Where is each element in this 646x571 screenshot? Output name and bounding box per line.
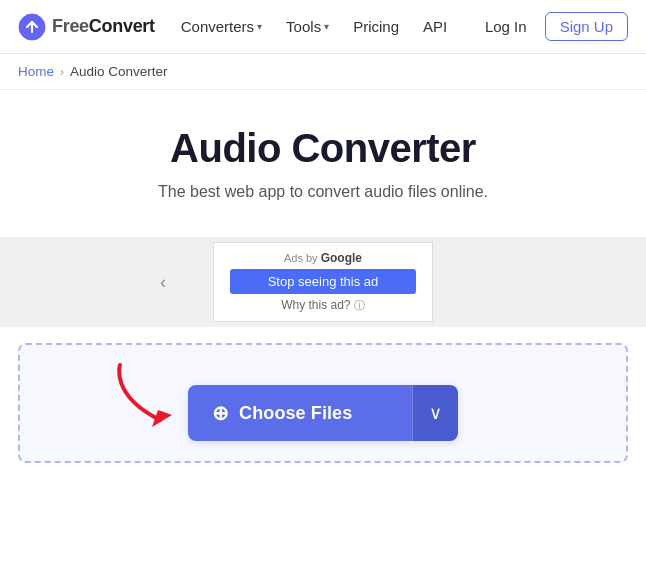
ad-why[interactable]: Why this ad? ⓘ (230, 298, 416, 313)
signup-button[interactable]: Sign Up (545, 12, 628, 41)
nav-auth: Log In Sign Up (475, 12, 628, 41)
breadcrumb-home[interactable]: Home (18, 64, 54, 79)
ad-stop-button[interactable]: Stop seeing this ad (230, 269, 416, 294)
hero-subtitle: The best web app to convert audio files … (20, 183, 626, 201)
tools-chevron-icon: ▾ (324, 21, 329, 32)
converters-chevron-icon: ▾ (257, 21, 262, 32)
choose-files-button[interactable]: ⊕ Choose Files (188, 385, 412, 441)
svg-marker-1 (152, 410, 172, 427)
logo[interactable]: FreeConvert (18, 13, 155, 41)
chevron-down-icon: ∨ (429, 402, 442, 424)
login-button[interactable]: Log In (475, 12, 537, 41)
logo-text: FreeConvert (52, 16, 155, 37)
choose-files-dropdown-button[interactable]: ∨ (412, 385, 458, 441)
nav-links: Converters ▾ Tools ▾ Pricing API (171, 12, 469, 41)
ad-by-label: Ads by Google (230, 251, 416, 265)
breadcrumb-current: Audio Converter (70, 64, 168, 79)
breadcrumb-separator: › (60, 65, 64, 79)
nav-pricing[interactable]: Pricing (343, 12, 409, 41)
arrow-container (100, 355, 220, 439)
dropzone[interactable]: ⊕ Choose Files ∨ (18, 343, 628, 463)
breadcrumb: Home › Audio Converter (0, 54, 646, 90)
nav-api[interactable]: API (413, 12, 457, 41)
ad-inner: Ads by Google Stop seeing this ad Why th… (213, 242, 433, 322)
navbar: FreeConvert Converters ▾ Tools ▾ Pricing… (0, 0, 646, 54)
logo-icon (18, 13, 46, 41)
hero-section: Audio Converter The best web app to conv… (0, 90, 646, 221)
ad-prev-button[interactable]: ‹ (160, 272, 166, 293)
page-title: Audio Converter (20, 126, 626, 171)
choose-files-row: ⊕ Choose Files ∨ (188, 385, 458, 441)
nav-tools[interactable]: Tools ▾ (276, 12, 339, 41)
arrow-icon (100, 355, 220, 435)
ad-area: ‹ Ads by Google Stop seeing this ad Why … (0, 237, 646, 327)
nav-converters[interactable]: Converters ▾ (171, 12, 272, 41)
info-icon: ⓘ (354, 299, 365, 311)
